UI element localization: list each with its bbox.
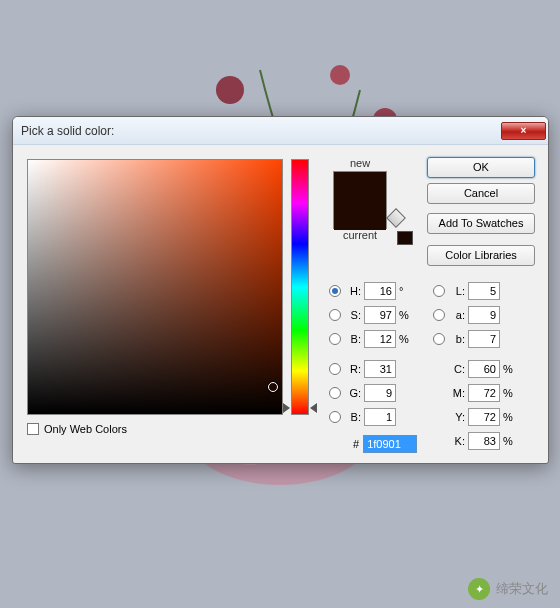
hue-unit: °	[399, 285, 413, 297]
cancel-button[interactable]: Cancel	[427, 183, 535, 204]
k-input[interactable]: 83	[468, 432, 500, 450]
k-label: K:	[449, 435, 465, 447]
brightness-label: B:	[345, 333, 361, 345]
a-input[interactable]: 9	[468, 306, 500, 324]
close-button[interactable]: ×	[501, 122, 546, 140]
color-swatch	[333, 171, 387, 229]
current-label: current	[325, 229, 395, 241]
b-label: b:	[449, 333, 465, 345]
c-input[interactable]: 60	[468, 360, 500, 378]
m-label: M:	[449, 387, 465, 399]
hue-radio[interactable]	[329, 285, 341, 297]
a-radio[interactable]	[433, 309, 445, 321]
close-icon: ×	[521, 125, 527, 136]
b-input[interactable]: 7	[468, 330, 500, 348]
titlebar[interactable]: Pick a solid color: ×	[13, 117, 548, 145]
green-radio[interactable]	[329, 387, 341, 399]
y-input[interactable]: 72	[468, 408, 500, 426]
new-color-swatch	[334, 172, 386, 201]
nearest-web-color-swatch[interactable]	[397, 231, 413, 245]
watermark: ✦ 缔荣文化	[468, 578, 548, 600]
green-label: G:	[345, 387, 361, 399]
blue-label: B:	[345, 411, 361, 423]
color-libraries-button[interactable]: Color Libraries	[427, 245, 535, 266]
a-label: a:	[449, 309, 465, 321]
picker-ring[interactable]	[268, 382, 278, 392]
c-unit: %	[503, 363, 517, 375]
saturation-brightness-area[interactable]	[27, 159, 283, 415]
color-picker-dialog: Pick a solid color: × new current OK Can…	[12, 116, 549, 464]
blue-input[interactable]: 1	[364, 408, 396, 426]
hex-label: #	[353, 438, 359, 450]
l-radio[interactable]	[433, 285, 445, 297]
ok-button[interactable]: OK	[427, 157, 535, 178]
hue-marker-right	[310, 403, 317, 413]
c-label: C:	[449, 363, 465, 375]
saturation-radio[interactable]	[329, 309, 341, 321]
hue-marker-left	[283, 403, 290, 413]
hex-input[interactable]: 1f0901	[363, 435, 417, 453]
green-input[interactable]: 9	[364, 384, 396, 402]
saturation-label: S:	[345, 309, 361, 321]
add-to-swatches-button[interactable]: Add To Swatches	[427, 213, 535, 234]
m-input[interactable]: 72	[468, 384, 500, 402]
y-label: Y:	[449, 411, 465, 423]
l-label: L:	[449, 285, 465, 297]
svg-point-2	[330, 65, 350, 85]
current-color-swatch[interactable]	[334, 201, 386, 230]
m-unit: %	[503, 387, 517, 399]
saturation-input[interactable]: 97	[364, 306, 396, 324]
k-unit: %	[503, 435, 517, 447]
red-input[interactable]: 31	[364, 360, 396, 378]
y-unit: %	[503, 411, 517, 423]
b-radio[interactable]	[433, 333, 445, 345]
red-label: R:	[345, 363, 361, 375]
brightness-input[interactable]: 12	[364, 330, 396, 348]
hue-input[interactable]: 16	[364, 282, 396, 300]
brightness-unit: %	[399, 333, 413, 345]
watermark-text: 缔荣文化	[496, 580, 548, 598]
l-input[interactable]: 5	[468, 282, 500, 300]
only-web-colors-label: Only Web Colors	[44, 423, 127, 435]
hue-label: H:	[345, 285, 361, 297]
saturation-unit: %	[399, 309, 413, 321]
wechat-icon: ✦	[468, 578, 490, 600]
new-label: new	[325, 157, 395, 169]
blue-radio[interactable]	[329, 411, 341, 423]
titlebar-text: Pick a solid color:	[21, 124, 501, 138]
red-radio[interactable]	[329, 363, 341, 375]
only-web-colors-checkbox[interactable]	[27, 423, 39, 435]
svg-point-1	[216, 76, 244, 104]
brightness-radio[interactable]	[329, 333, 341, 345]
hue-strip[interactable]	[291, 159, 309, 415]
